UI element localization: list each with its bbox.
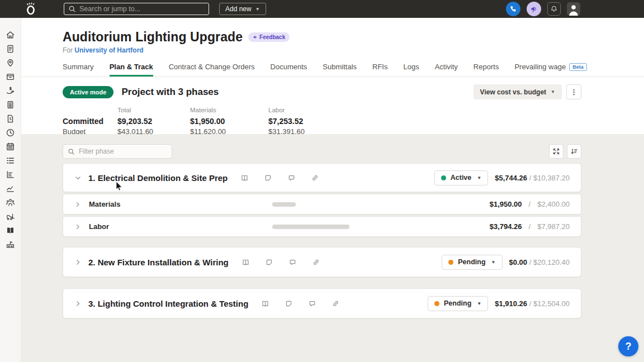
comment-icon[interactable] (308, 299, 316, 308)
phase-filter[interactable] (63, 144, 172, 159)
cost-row-materials[interactable]: Materials $1,950.00 / $2,400.00 (63, 194, 581, 215)
book-icon[interactable] (242, 258, 250, 266)
global-search[interactable] (64, 3, 209, 15)
cost-row-labor[interactable]: Labor $3,794.26 / $7,987.20 (63, 216, 581, 237)
tab-reports[interactable]: Reports (473, 63, 499, 77)
sort-descending-icon (570, 147, 578, 155)
labor-amounts: $3,794.26 / $7,987.20 (490, 222, 570, 231)
notifications-button[interactable] (547, 2, 561, 16)
megaphone-icon (253, 35, 258, 40)
sidebar-building-icon[interactable] (4, 240, 17, 249)
view-mode-selector[interactable]: View cost vs. budget ▼ (473, 84, 562, 99)
help-button[interactable]: ? (618, 336, 638, 356)
knowify-logo-icon[interactable] (25, 2, 37, 16)
sidebar-bar-chart-icon[interactable] (4, 170, 17, 179)
top-bar: Add new ▼ (0, 0, 644, 18)
sidebar-clock-icon[interactable] (4, 128, 17, 137)
sidebar-map-pin-icon[interactable] (4, 58, 17, 67)
budget-materials: $11,620.00 (190, 127, 268, 134)
page-header: Auditorium Lighting Upgrade Feedback For… (21, 18, 644, 134)
tab-documents[interactable]: Documents (271, 63, 307, 77)
budget-total: $43,011.60 (117, 127, 190, 134)
column-header-total: Total (117, 107, 190, 115)
left-sidebar: $ (0, 18, 21, 362)
phase-row-3[interactable]: 3. Lighting Control Integration & Testin… (63, 288, 581, 318)
add-new-button[interactable]: Add new ▼ (219, 3, 266, 15)
phase-amounts: $5,744.26 / $10,387.20 (495, 174, 570, 182)
committed-materials: $1,950.00 (190, 117, 268, 126)
sidebar-ledger-icon[interactable] (4, 100, 17, 109)
labor-progress-bar (272, 225, 349, 229)
phase-title: 3. Lighting Control Integration & Testin… (88, 299, 248, 308)
sidebar-team-icon[interactable] (4, 198, 17, 207)
tab-rfis[interactable]: RFIs (372, 63, 387, 77)
sidebar-checklist-icon[interactable] (4, 156, 17, 165)
chevron-down-icon: ▼ (477, 175, 481, 180)
link-icon[interactable] (312, 258, 320, 266)
search-input[interactable] (79, 5, 205, 13)
book-icon[interactable] (261, 299, 269, 308)
project-tabs: Summary Plan & Track Contract & Change O… (21, 63, 644, 77)
sidebar-catalog-icon[interactable] (4, 226, 17, 235)
tab-prevailing-wage[interactable]: Prevailing wage Beta (514, 63, 586, 77)
comment-icon[interactable] (288, 258, 297, 266)
link-icon[interactable] (332, 299, 340, 308)
phase-status-dropdown[interactable]: Active ▼ (434, 170, 488, 185)
tab-submittals[interactable]: Submittals (323, 63, 357, 77)
tab-contract-change-orders[interactable]: Contract & Change Orders (169, 63, 255, 77)
tab-plan-and-track[interactable]: Plan & Track (110, 63, 153, 77)
book-icon[interactable] (240, 174, 249, 182)
sidebar-document-icon[interactable] (4, 44, 17, 53)
chevron-right-icon[interactable] (74, 300, 82, 307)
committed-labor: $7,253.52 (268, 117, 644, 126)
phase-filter-input[interactable] (79, 147, 167, 155)
bell-icon (550, 5, 558, 13)
expand-all-button[interactable] (549, 144, 564, 159)
sidebar-payments-icon[interactable] (4, 86, 17, 95)
project-client-line: For University of Hartford (63, 46, 644, 54)
note-icon[interactable] (265, 258, 273, 266)
phase-row-2[interactable]: 2. New Fixture Installation & Wiring Pen… (63, 247, 581, 277)
row-label-committed: Committed (63, 117, 117, 126)
sort-button[interactable] (567, 144, 581, 159)
more-options-button[interactable]: ⋮ (566, 84, 581, 99)
materials-progress-bar (272, 202, 296, 207)
phase-title: 1. Electrical Demolition & Site Prep (88, 173, 228, 183)
sidebar-home-icon[interactable] (4, 30, 17, 39)
link-icon[interactable] (311, 174, 319, 182)
note-icon[interactable] (285, 299, 293, 308)
chevron-right-icon[interactable] (74, 201, 81, 208)
tab-activity[interactable]: Activity (435, 63, 458, 77)
chevron-right-icon[interactable] (74, 223, 81, 230)
phase-status-dropdown[interactable]: Pending ▼ (428, 296, 488, 311)
phase-amounts: $1,910.26 / $12,504.00 (495, 299, 570, 308)
comment-icon[interactable] (287, 174, 296, 182)
tab-summary[interactable]: Summary (63, 63, 94, 77)
status-dot (448, 260, 453, 265)
note-icon[interactable] (264, 174, 272, 182)
sidebar-calendar-icon[interactable] (4, 142, 17, 151)
chevron-right-icon[interactable] (74, 259, 82, 266)
chevron-down-icon: ▼ (551, 89, 555, 94)
sidebar-equipment-icon[interactable] (4, 212, 17, 221)
sidebar-invoice-icon[interactable]: $ (4, 114, 17, 123)
status-dot (434, 301, 439, 306)
phone-icon (509, 5, 517, 13)
client-link[interactable]: University of Hartford (74, 46, 143, 54)
megaphone-icon (530, 5, 538, 13)
page-title: Auditorium Lighting Upgrade (63, 30, 243, 45)
phase-title: 2. New Fixture Installation & Wiring (88, 258, 229, 267)
sidebar-line-chart-icon[interactable] (4, 184, 17, 193)
user-avatar[interactable] (567, 2, 580, 16)
sidebar-inbox-icon[interactable] (4, 72, 17, 81)
chevron-down-icon[interactable] (74, 174, 82, 182)
phase-status-dropdown[interactable]: Pending ▼ (442, 255, 502, 270)
tab-logs[interactable]: Logs (403, 63, 419, 77)
phone-button[interactable] (506, 2, 520, 16)
feedback-button[interactable]: Feedback (248, 32, 290, 42)
kebab-icon: ⋮ (570, 88, 577, 96)
phase-amounts: $0.00 / $20,120.40 (509, 258, 570, 266)
active-mode-badge: Active mode (63, 86, 113, 98)
announcements-button[interactable] (527, 2, 541, 16)
phase-row-1[interactable]: 1. Electrical Demolition & Site Prep Act… (63, 163, 581, 192)
